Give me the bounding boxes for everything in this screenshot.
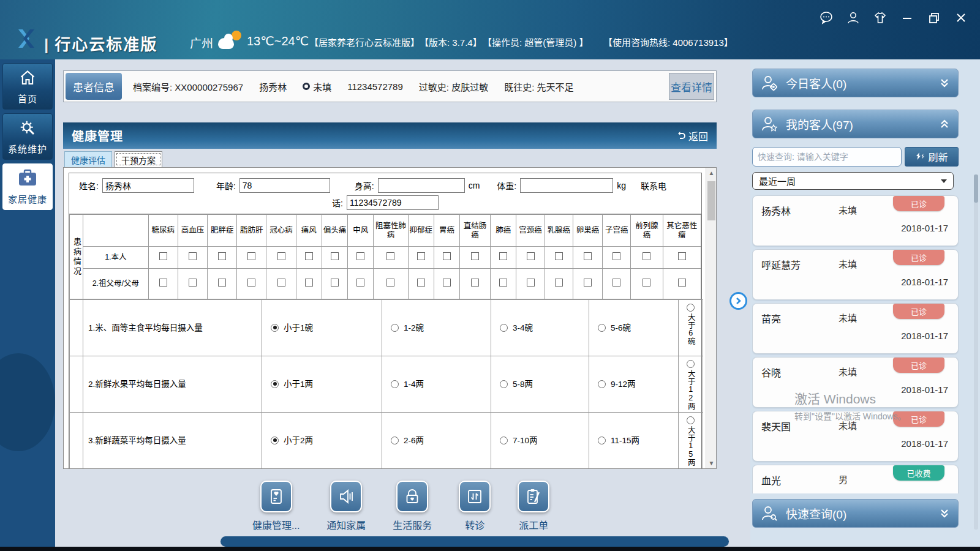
sidebar-item-home-health[interactable]: 家居健康 (2, 163, 53, 210)
date-range-select[interactable]: 最近一周 (752, 172, 954, 190)
disease-checkbox[interactable] (386, 279, 394, 287)
toolbar-notify-family[interactable]: 通知家属 (326, 481, 366, 532)
customer-card[interactable]: 谷晓未填已诊2018-01-17 (752, 357, 959, 408)
collapse-panel-button[interactable] (729, 292, 747, 310)
diet-option-radio[interactable] (598, 324, 606, 332)
diet-option-radio[interactable] (687, 360, 695, 368)
name-input[interactable] (102, 178, 194, 193)
main-scrollbar[interactable]: ▲ ▼ (706, 168, 716, 468)
close-button[interactable] (953, 10, 969, 26)
quick-search-input[interactable] (752, 147, 902, 167)
disease-checkbox[interactable] (356, 279, 364, 287)
user-icon[interactable] (845, 10, 861, 26)
disease-checkbox[interactable] (305, 252, 313, 260)
customer-card[interactable]: 呼延慧芳未填已诊2018-01-17 (752, 249, 959, 300)
disease-checkbox[interactable] (417, 252, 425, 260)
disease-checkbox[interactable] (356, 252, 364, 260)
diet-option-radio[interactable] (391, 437, 399, 444)
toolbar-life-services[interactable]: 生活服务 (393, 481, 432, 532)
diet-option-radio[interactable] (271, 324, 279, 332)
disease-checkbox[interactable] (527, 279, 535, 287)
customer-card[interactable]: 苗亮未填已诊2018-01-17 (752, 303, 959, 354)
weight-input[interactable] (520, 178, 613, 193)
gear-icon (18, 119, 37, 137)
disease-checkbox[interactable] (247, 252, 255, 260)
disease-checkbox[interactable] (584, 279, 592, 287)
disease-checkbox[interactable] (159, 279, 167, 287)
disease-checkbox[interactable] (612, 252, 620, 260)
customer-card[interactable]: 扬秀林未填已诊2018-01-17 (752, 195, 959, 246)
tab-intervention-plan[interactable]: 干预方案 (115, 151, 162, 167)
refresh-button[interactable]: 刷新 (905, 147, 959, 167)
disease-checkbox[interactable] (584, 252, 592, 260)
disease-checkbox[interactable] (555, 279, 563, 287)
view-detail-button[interactable]: 查看详情 (669, 73, 714, 100)
scroll-thumb[interactable] (707, 181, 715, 220)
disease-checkbox[interactable] (331, 252, 339, 260)
minimize-button[interactable] (899, 10, 915, 26)
quick-query-header[interactable]: 快速查询(0) (752, 499, 959, 528)
list-scrollbar[interactable] (974, 174, 978, 530)
disease-checkbox[interactable] (678, 279, 686, 287)
disease-checkbox[interactable] (218, 279, 226, 287)
my-guests-header[interactable]: 我的客人(97) (752, 110, 959, 138)
disease-checkbox[interactable] (555, 252, 563, 260)
disease-checkbox[interactable] (499, 279, 507, 287)
diet-option-radio[interactable] (687, 304, 695, 312)
disease-checkbox[interactable] (499, 252, 507, 260)
disease-checkbox[interactable] (159, 252, 167, 260)
sidebar-item-system-maintenance[interactable]: 系统维护 (2, 113, 53, 160)
list-scroll-thumb[interactable] (974, 174, 978, 203)
disease-checkbox[interactable] (189, 252, 197, 260)
diet-option-radio[interactable] (271, 380, 279, 388)
disease-checkbox[interactable] (471, 279, 479, 287)
skin-theme-icon[interactable] (872, 10, 888, 26)
diet-option-radio[interactable] (271, 437, 279, 444)
today-guests-header[interactable]: 今日客人(0) (752, 69, 959, 97)
disease-checkbox[interactable] (189, 279, 197, 287)
diet-option-radio[interactable] (391, 324, 399, 332)
disease-checkbox[interactable] (386, 252, 394, 260)
disease-checkbox[interactable] (643, 252, 650, 260)
disease-checkbox[interactable] (443, 279, 451, 287)
disease-checkbox[interactable] (247, 279, 255, 287)
diet-option-radio[interactable] (687, 416, 695, 424)
restore-button[interactable] (926, 10, 942, 26)
disease-checkbox[interactable] (305, 279, 313, 287)
disease-column-header: 痛风 (296, 215, 322, 247)
disease-checkbox[interactable] (277, 252, 285, 260)
patient-info-title: 患者信息 (66, 73, 122, 100)
app-title: |行心云标准版 (44, 32, 157, 54)
customer-card[interactable]: 血光男已收费 (752, 465, 959, 493)
disease-checkbox[interactable] (678, 252, 686, 260)
disease-checkbox[interactable] (643, 279, 650, 287)
scroll-down-arrow[interactable]: ▼ (706, 458, 717, 468)
tab-health-assessment[interactable]: 健康评估 (64, 151, 112, 167)
age-input[interactable] (239, 178, 330, 193)
scroll-up-arrow[interactable]: ▲ (706, 168, 717, 178)
diet-option-radio[interactable] (598, 437, 606, 444)
toolbar-health-management[interactable]: 健康管理... (252, 481, 300, 532)
diet-option-radio[interactable] (500, 380, 508, 388)
disease-checkbox[interactable] (218, 252, 226, 260)
diet-option-radio[interactable] (598, 380, 606, 388)
disease-checkbox[interactable] (277, 279, 285, 287)
diet-option-radio[interactable] (391, 380, 399, 388)
disease-checkbox[interactable] (443, 252, 451, 260)
back-button[interactable]: 返回 (676, 129, 708, 143)
diet-option-radio[interactable] (500, 324, 508, 332)
disease-checkbox[interactable] (331, 279, 339, 287)
disease-checkbox[interactable] (612, 279, 620, 287)
diet-option-radio[interactable] (500, 437, 508, 444)
toolbar-referral[interactable]: 转诊 (459, 481, 491, 532)
phone-input[interactable] (347, 195, 439, 210)
customer-card[interactable]: 裴天国未填已诊2018-01-17 (752, 411, 959, 462)
height-unit: cm (469, 181, 480, 190)
toolbar-work-order[interactable]: 派工单 (518, 481, 549, 532)
height-input[interactable] (378, 178, 465, 193)
sidebar-item-home[interactable]: 首页 (2, 63, 53, 110)
message-icon[interactable] (818, 10, 834, 26)
disease-checkbox[interactable] (527, 252, 535, 260)
disease-checkbox[interactable] (417, 279, 425, 287)
disease-checkbox[interactable] (471, 252, 479, 260)
